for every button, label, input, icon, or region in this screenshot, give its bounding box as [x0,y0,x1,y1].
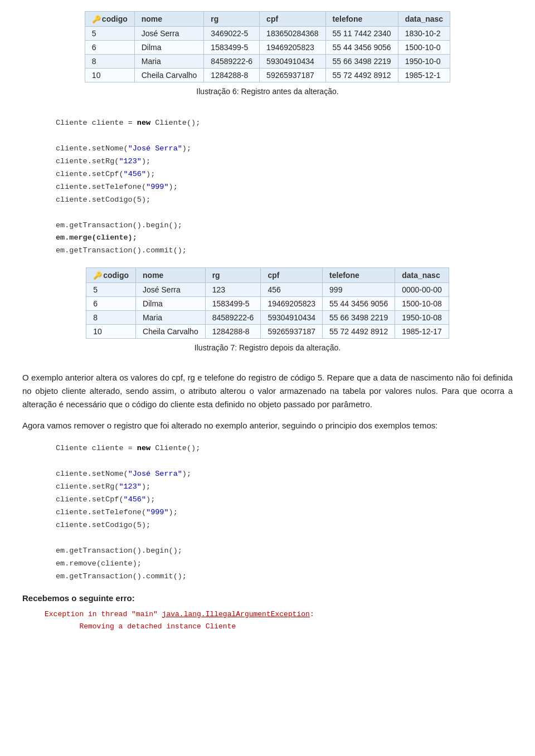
table1-header-telefone: telefone [325,12,398,27]
table2: 🔑codigo nome rg cpf telefone data_nasc 5… [86,267,449,339]
table2-header-codigo: 🔑codigo [86,268,136,283]
table2-header-rg: rg [205,268,261,283]
table1-header-codigo: 🔑codigo [85,12,134,27]
table-row: 10Cheila Carvalho1284288-85926593718755 … [86,325,449,339]
table2-header-telefone: telefone [323,268,395,283]
table2-caption: Ilustração 7: Registro depois da alteraç… [194,343,341,352]
paragraph2: Agora vamos remover o registro que foi a… [22,419,513,432]
table2-header-data_nasc: data_nasc [395,268,449,283]
table2-container: 🔑codigo nome rg cpf telefone data_nasc 5… [22,267,513,363]
table-row: 5José Serra1234569990000-00-00 [86,283,449,297]
key-icon2: 🔑 [93,271,102,280]
table1: 🔑codigo nome rg cpf telefone data_nasc 5… [85,11,450,82]
table1-header-nome: nome [134,12,204,27]
code-block-2: Cliente cliente = new Cliente(); cliente… [56,442,479,583]
exception-link: java.lang.IllegalArgumentException [162,610,310,618]
key-icon: 🔑 [92,15,101,23]
table1-container: 🔑codigo nome rg cpf telefone data_nasc 5… [22,11,513,107]
table-row: 8Maria84589222-65930491043455 66 3498 22… [85,55,450,69]
table-row: 8Maria84589222-65930491043455 66 3498 22… [86,311,449,325]
table2-header-cpf: cpf [261,268,323,283]
error-heading: Recebemos o seguinte erro: [22,593,513,603]
code-block-1: Cliente cliente = new Cliente(); cliente… [56,117,479,257]
table1-header-rg: rg [204,12,260,27]
code1-line1-text: Cliente cliente = new Cliente(); [56,119,200,127]
table-row: 5José Serra3469022-518365028436855 11 74… [85,27,450,41]
table-row: 6Dilma1583499-51946920582355 44 3456 905… [85,41,450,55]
error-block: Exception in thread "main" java.lang.Ill… [45,608,490,633]
table2-header-nome: nome [136,268,206,283]
paragraph1: O exemplo anterior altera os valores do … [22,371,513,411]
table1-caption: Ilustração 6: Registro antes da alteraçã… [196,87,338,96]
table1-header-data_nasc: data_nasc [398,12,450,27]
table1-header-cpf: cpf [260,12,325,27]
table-row: 6Dilma1583499-51946920582355 44 3456 905… [86,297,449,311]
table-row: 10Cheila Carvalho1284288-85926593718755 … [85,69,450,82]
